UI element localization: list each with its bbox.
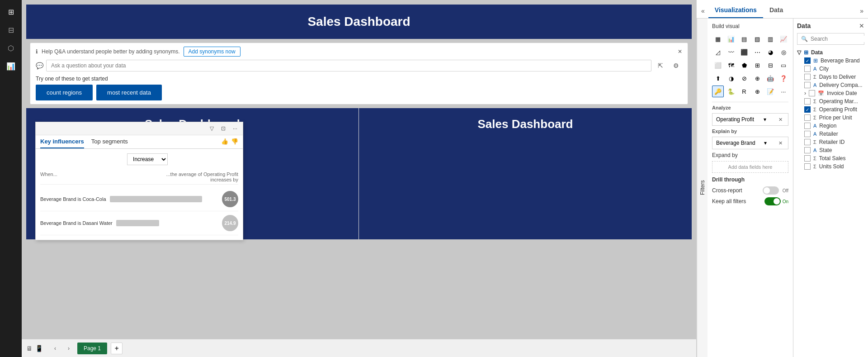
collapse-left-icon[interactable]: « <box>701 7 705 14</box>
thumbs-up-icon[interactable]: 👍 <box>221 138 228 147</box>
field-delivery-company: A Delivery Compa... <box>797 81 864 89</box>
viz-icon-slicer[interactable]: ⊘ <box>738 72 750 84</box>
count-regions-button[interactable]: count regions <box>36 85 93 100</box>
page-prev-button[interactable]: ‹ <box>50 343 60 353</box>
ki-bar-container <box>116 218 218 228</box>
viz-icon-shape-map[interactable]: ⬟ <box>738 59 750 71</box>
checkbox-retailer-id[interactable] <box>804 139 811 145</box>
ki-select-dropdown[interactable]: Increase <box>127 153 168 165</box>
checkbox-operating-profit[interactable]: ✓ <box>804 106 811 113</box>
analyze-dropdown[interactable]: Operating Profit ▾ ✕ <box>712 113 788 126</box>
data-panel: Data ✕ 🔍 ▽ ⊞ Data ✓ ⊞ Beverage Brand <box>793 19 868 357</box>
viz-icon-more[interactable]: ··· <box>778 86 789 97</box>
data-section-header[interactable]: ▽ ⊞ Data <box>797 48 864 57</box>
viz-icon-card[interactable]: ▭ <box>778 59 789 71</box>
viz-icon-ribbon[interactable]: 〰 <box>725 46 737 58</box>
tab-data[interactable]: Data <box>763 4 789 18</box>
checkbox-price-per-unit[interactable] <box>804 114 811 121</box>
qa-buttons: count regions most recent data <box>36 85 682 100</box>
more-icon[interactable]: ··· <box>230 124 240 133</box>
checkbox-beverage-brand[interactable]: ✓ <box>804 57 811 64</box>
tab-top-segments[interactable]: Top segments <box>91 138 128 148</box>
checkbox-operating-margin[interactable] <box>804 98 811 105</box>
page-tab[interactable]: Page 1 <box>77 343 107 354</box>
checkbox-state[interactable] <box>804 147 811 153</box>
table-icon[interactable]: ⊟ <box>3 22 19 38</box>
text-icon: ⊞ <box>813 57 818 64</box>
close-icon[interactable]: ✕ <box>678 48 682 55</box>
viz-icon-stacked-bar-100[interactable]: ▤ <box>738 33 750 45</box>
focus-icon[interactable]: ⊡ <box>218 124 228 133</box>
filter-icon[interactable]: ▽ <box>207 124 217 133</box>
clear-analyze-button[interactable]: ✕ <box>777 116 784 123</box>
viz-icon-qa[interactable]: ❓ <box>778 72 789 84</box>
keep-all-filters-toggle[interactable] <box>764 197 781 205</box>
viz-icon-clustered-bar[interactable]: ▧ <box>751 33 763 45</box>
viz-icon-area[interactable]: ◿ <box>712 46 724 58</box>
tab-visualizations[interactable]: Visualizations <box>708 4 763 18</box>
thumbs-down-icon[interactable]: 👎 <box>231 138 238 147</box>
checkbox-delivery-company[interactable] <box>804 82 811 88</box>
viz-icon-pie[interactable]: ◕ <box>764 46 776 58</box>
checkbox-units-sold[interactable] <box>804 163 811 170</box>
tab-key-influencers[interactable]: Key influencers <box>40 138 84 148</box>
viz-icon-kpi[interactable]: ⬆ <box>712 72 724 84</box>
viz-icon-donut[interactable]: ◎ <box>778 46 789 58</box>
viz-icon-gauge[interactable]: ◑ <box>725 72 737 84</box>
most-recent-data-button[interactable]: most recent data <box>96 85 162 100</box>
viz-icon-100bar[interactable]: ▥ <box>764 33 776 45</box>
viz-icon-decomp[interactable]: ⊕ <box>751 72 763 84</box>
build-visual-label: Build visual <box>712 23 788 29</box>
settings-icon[interactable]: ⚙ <box>670 59 682 72</box>
expand-icon[interactable]: ⇱ <box>654 59 667 72</box>
text-icon: A <box>813 66 816 71</box>
add-page-button[interactable]: + <box>111 343 123 354</box>
viz-icon-custom[interactable]: ⊕ <box>751 86 763 97</box>
desktop-view-icon[interactable]: 🖥 <box>26 345 33 352</box>
analytics-icon[interactable]: 📊 <box>3 58 19 74</box>
data-panel-header: Data ✕ <box>797 22 864 29</box>
field-operating-profit: ✓ Σ Operating Profit <box>797 105 864 114</box>
qa-info-text: Help Q&A understand people better by add… <box>42 48 180 55</box>
data-panel-close-button[interactable]: ✕ <box>859 22 864 29</box>
checkbox-retailer[interactable] <box>804 131 811 137</box>
report-icon[interactable]: ⊞ <box>3 4 19 20</box>
viz-icon-line[interactable]: 📈 <box>778 33 789 45</box>
viz-icon-table[interactable]: ⊟ <box>764 59 776 71</box>
add-synonyms-button[interactable]: Add synonyms now <box>184 47 241 57</box>
viz-icon-treemap[interactable]: ⬜ <box>712 59 724 71</box>
expand-by-add-fields[interactable]: Add data fields here <box>712 161 788 173</box>
viz-icon-map[interactable]: 🗺 <box>725 59 737 71</box>
search-input[interactable] <box>811 36 868 42</box>
chat-icon: 💬 <box>36 62 43 69</box>
viz-icon-ai[interactable]: 🤖 <box>764 72 776 84</box>
cross-report-toggle[interactable] <box>763 186 779 195</box>
expand-right-icon[interactable]: » <box>860 7 863 14</box>
viz-icon-r[interactable]: R <box>738 86 750 97</box>
viz-icon-matrix[interactable]: ⊞ <box>751 59 763 71</box>
checkbox-invoice-date[interactable] <box>809 90 815 96</box>
clear-explain-button[interactable]: ✕ <box>777 139 784 147</box>
viz-icon-key-influencers[interactable]: 🔑 <box>712 86 724 97</box>
tablet-view-icon[interactable]: 📱 <box>35 345 43 352</box>
qa-bar: ℹ Help Q&A understand people better by a… <box>30 43 688 105</box>
viz-icon-stacked-bar[interactable]: ▦ <box>712 33 724 45</box>
expand-icon[interactable]: › <box>804 90 806 96</box>
text-icon: A <box>813 123 816 129</box>
field-units-sold: Σ Units Sold <box>797 162 864 171</box>
sales-dashboard-header: Sales Dashboard <box>26 5 692 39</box>
qa-input[interactable] <box>46 60 651 71</box>
checkbox-total-sales[interactable] <box>804 155 811 162</box>
checkbox-region[interactable] <box>804 123 811 129</box>
viz-icon-narrative[interactable]: 📝 <box>764 86 776 97</box>
checkbox-city[interactable] <box>804 66 811 72</box>
viz-icon-scatter[interactable]: ⋯ <box>751 46 763 58</box>
checkbox-days-to-deliver[interactable] <box>804 74 811 80</box>
page-next-button[interactable]: › <box>64 343 74 353</box>
viz-icon-bar[interactable]: 📊 <box>725 33 737 45</box>
model-icon[interactable]: ⬡ <box>3 40 19 56</box>
explain-by-dropdown[interactable]: Beverage Brand ▾ ✕ <box>712 137 788 149</box>
viz-icon-waterfall[interactable]: ⬛ <box>738 46 750 58</box>
viz-icon-python[interactable]: 🐍 <box>725 86 737 97</box>
filters-tab[interactable]: Filters <box>697 19 708 357</box>
